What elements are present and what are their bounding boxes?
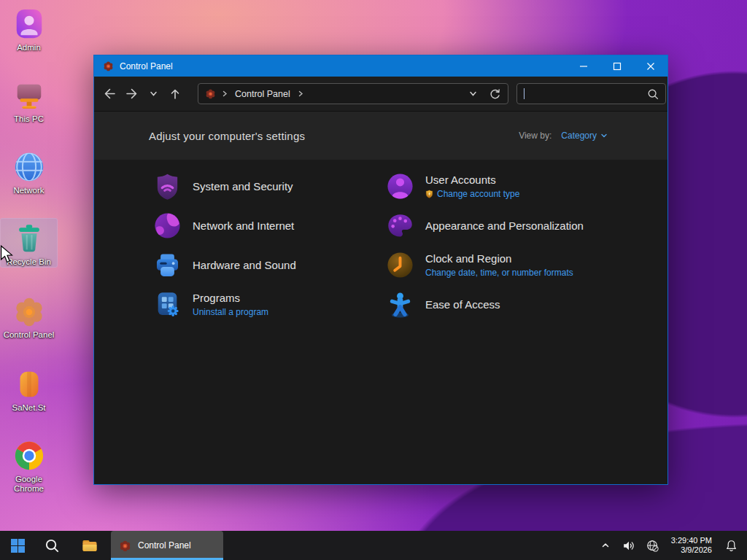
computer-icon <box>12 79 46 112</box>
network-button[interactable] <box>643 531 662 560</box>
tray-date: 3/9/2026 <box>671 545 712 555</box>
clock[interactable]: 3:29:40 PM 3/9/2026 <box>671 536 712 555</box>
search-input[interactable] <box>516 83 666 104</box>
desktop-icon-admin[interactable]: Admin <box>1 4 57 52</box>
address-bar[interactable]: Control Panel <box>198 83 508 104</box>
close-icon <box>646 62 655 71</box>
taskbar-search-button[interactable] <box>37 531 66 560</box>
window-titlebar[interactable]: Control Panel <box>94 55 667 77</box>
maximize-icon <box>613 62 622 71</box>
text-caret <box>524 88 525 99</box>
category-title[interactable]: Network and Internet <box>193 219 294 233</box>
page-title: Adjust your computer's settings <box>149 130 305 142</box>
window-title: Control Panel <box>120 61 173 71</box>
desktop-icon-label: SaNet.St <box>12 403 45 413</box>
user-account-icon <box>12 7 46 41</box>
apps-grid-gear-icon <box>152 289 182 319</box>
control-panel-icon <box>119 540 131 552</box>
taskbar-task-control-panel[interactable]: Control Panel <box>111 531 223 560</box>
category-title[interactable]: System and Security <box>193 179 293 193</box>
taskbar: Control Panel <box>0 531 747 560</box>
chrome-icon <box>12 439 46 472</box>
category-column-left: System and Security Network and Internet <box>152 166 385 324</box>
control-panel-gear-icon <box>12 295 46 328</box>
category-user-accounts[interactable]: User Accounts Change account type <box>385 166 618 206</box>
breadcrumb-chevron-icon[interactable] <box>297 90 304 98</box>
desktop-icon-this-pc[interactable]: This PC <box>1 76 57 124</box>
desktop-icon-network[interactable]: Network <box>1 147 57 195</box>
minimize-icon <box>579 62 588 71</box>
category-title[interactable]: Hardware and Sound <box>193 258 296 272</box>
forward-arrow-icon <box>125 87 139 101</box>
category-programs[interactable]: Programs Uninstall a program <box>152 284 385 324</box>
notifications-button[interactable] <box>721 531 741 560</box>
start-button[interactable] <box>3 531 32 560</box>
up-button[interactable] <box>164 83 186 105</box>
category-hardware-and-sound[interactable]: Hardware and Sound <box>152 245 385 284</box>
category-column-right: User Accounts Change account type <box>385 166 618 324</box>
category-title[interactable]: User Accounts <box>425 173 519 187</box>
clock-icon <box>385 250 415 280</box>
back-arrow-icon <box>103 87 117 101</box>
link-uninstall-a-program[interactable]: Uninstall a program <box>193 307 268 318</box>
minimize-button[interactable] <box>567 55 600 77</box>
search-icon <box>44 538 60 553</box>
bell-icon <box>724 539 738 553</box>
printer-icon <box>152 250 182 280</box>
category-title[interactable]: Clock and Region <box>425 252 573 265</box>
breadcrumb-item[interactable]: Control Panel <box>235 89 290 99</box>
recycle-bin-icon <box>12 222 46 255</box>
link-change-account-type[interactable]: Change account type <box>425 189 519 200</box>
forward-button[interactable] <box>120 83 142 105</box>
desktop-icon-sanet[interactable]: SaNet.St <box>1 365 57 413</box>
category-title[interactable]: Ease of Access <box>425 298 500 311</box>
desktop-icon-label: This PC <box>14 114 44 124</box>
desktop-icon-label: Network <box>13 186 44 195</box>
category-list: System and Security Network and Internet <box>94 160 667 484</box>
desktop-icon-label: Control Panel <box>4 330 55 340</box>
view-by-label: View by: <box>519 131 551 141</box>
chevron-up-icon <box>600 540 611 551</box>
desktop-icon-label: Recycle Bin <box>7 257 51 267</box>
back-button[interactable] <box>98 83 120 105</box>
category-title[interactable]: Appearance and Personalization <box>425 219 584 233</box>
category-clock-and-region[interactable]: Clock and Region Change date, time, or n… <box>385 245 618 284</box>
category-title[interactable]: Programs <box>193 291 268 305</box>
maximize-button[interactable] <box>600 55 634 77</box>
desktop-icon-control-panel[interactable]: Control Panel <box>1 292 57 340</box>
link-change-date-time-formats[interactable]: Change date, time, or number formats <box>425 268 573 279</box>
tray-overflow-button[interactable] <box>597 531 614 560</box>
view-by-dropdown[interactable]: Category <box>561 131 608 141</box>
category-ease-of-access[interactable]: Ease of Access <box>385 284 618 324</box>
recent-locations-button[interactable] <box>142 83 164 105</box>
category-network-and-internet[interactable]: Network and Internet <box>152 206 385 245</box>
globe-no-internet-icon <box>646 539 659 553</box>
link-label[interactable]: Change date, time, or number formats <box>425 268 573 279</box>
windows-logo-icon <box>10 538 26 553</box>
search-icon <box>647 88 659 100</box>
refresh-icon[interactable] <box>489 88 501 100</box>
tray-time: 3:29:40 PM <box>671 536 712 545</box>
control-panel-window: Control Panel <box>93 55 668 485</box>
desktop-icon-label: Admin <box>17 43 41 52</box>
desktop: Admin This PC Network <box>0 0 747 560</box>
file-explorer-button[interactable] <box>75 531 104 560</box>
task-label: Control Panel <box>138 540 191 551</box>
palette-icon <box>385 211 415 241</box>
view-by-value[interactable]: Category <box>561 131 597 141</box>
control-panel-header: Adjust your computer's settings View by:… <box>94 112 667 160</box>
folder-icon <box>81 537 98 554</box>
volume-button[interactable] <box>619 531 638 560</box>
breadcrumb-chevron-icon <box>221 90 228 98</box>
security-shield-icon <box>152 171 182 201</box>
desktop-icon-label: Google Chrome <box>1 475 57 494</box>
accessibility-icon <box>385 289 415 319</box>
desktop-icon-chrome[interactable]: Google Chrome <box>1 436 57 494</box>
link-label[interactable]: Uninstall a program <box>193 307 268 318</box>
category-appearance-and-personalization[interactable]: Appearance and Personalization <box>385 206 618 245</box>
close-button[interactable] <box>634 55 667 77</box>
volume-icon <box>622 539 635 553</box>
category-system-and-security[interactable]: System and Security <box>152 166 385 206</box>
link-label[interactable]: Change account type <box>437 189 519 200</box>
address-dropdown-icon[interactable] <box>468 89 478 98</box>
